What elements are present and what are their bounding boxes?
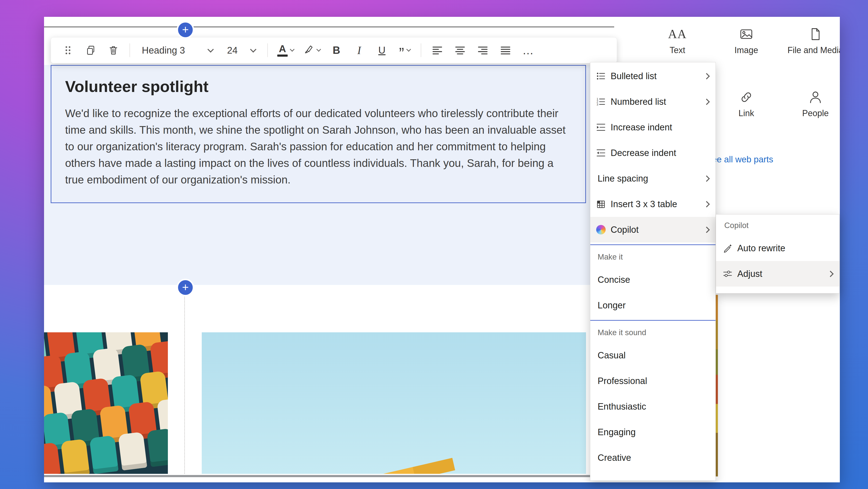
italic-button[interactable]: I [352,40,366,60]
text-webpart-heading[interactable]: Volunteer spotlight [65,77,572,96]
underline-button[interactable]: U [375,40,389,60]
style-dropdown-value: Heading 3 [142,45,185,56]
align-right-icon [477,45,488,56]
drag-handle[interactable] [61,40,74,60]
more-options-button[interactable]: … [522,40,535,60]
highlight-button[interactable] [303,40,320,60]
submenu-item-auto-rewrite[interactable]: Auto rewrite [716,235,839,261]
webpart-label: File and Media [787,45,840,55]
copilot-icon [595,225,607,234]
style-dropdown[interactable]: Heading 3 [140,40,215,60]
webpart-item-image[interactable]: Image [715,25,777,55]
column-divider [184,294,185,474]
chevron-down-icon [316,47,321,52]
menu-item-line-spacing[interactable]: Line spacing [590,166,715,191]
webpart-item-file-media[interactable]: File and Media [785,25,840,55]
desktop-background: Volunteer spotlight We'd like to recogni… [0,0,868,489]
align-left-icon [432,45,443,56]
quote-icon: ” [399,44,404,57]
svg-text:3: 3 [597,103,598,106]
text-webpart-icon: AA [668,25,687,41]
webpart-label: People [802,108,829,118]
menu-divider [590,244,715,245]
text-webpart-body[interactable]: We'd like to recognize the exceptional e… [65,105,574,188]
copilot-submenu: Copilot Auto rewrite Adjust [716,214,840,293]
increase-indent-icon [595,122,607,132]
font-color-button[interactable]: A [277,40,294,60]
justify-icon [500,45,511,56]
text-overflow-menu: Bulleted list 123 Numbered list Increase… [590,62,716,481]
chairs-graphic [44,332,168,474]
add-section-button[interactable]: + [177,21,194,39]
chevron-right-icon [827,271,834,277]
chevron-down-icon [290,47,294,52]
image-webpart-sky-pencil[interactable] [202,332,586,474]
chevron-down-icon [250,46,256,53]
highlighter-icon [303,44,314,57]
image-webpart-chairs[interactable] [44,332,168,474]
copilot-submenu-header: Copilot [716,215,839,235]
chevron-down-icon [406,47,411,52]
menu-section-header-make-it-sound: Make it sound [590,323,715,343]
section-top-rule [44,26,614,28]
see-all-webparts-link[interactable]: See all web parts [706,154,773,165]
menu-item-professional[interactable]: Professional [590,368,715,394]
webpart-label: Image [735,45,758,55]
chevron-right-icon [704,98,710,105]
menu-item-enthusiastic[interactable]: Enthusiastic [590,394,715,419]
toolbar-separator [267,44,268,57]
text-format-toolbar: Heading 3 24 A [51,37,617,63]
menu-section-header-make-it: Make it [590,247,715,267]
menu-item-copilot[interactable]: Copilot [590,217,715,242]
chevron-down-icon [208,46,214,53]
webpart-item-people[interactable]: People [785,88,840,118]
align-right-button[interactable] [476,40,489,60]
menu-item-insert-table[interactable]: Insert 3 x 3 table [590,191,715,217]
chevron-right-icon [704,73,710,79]
quote-button[interactable]: ” [398,40,411,60]
webpart-item-text[interactable]: AA Text [647,25,708,55]
auto-rewrite-icon [722,243,733,253]
menu-divider [590,320,715,321]
menu-item-numbered-list[interactable]: 123 Numbered list [590,89,715,114]
menu-item-longer[interactable]: Longer [590,292,715,318]
font-size-dropdown[interactable]: 24 [225,40,258,60]
link-icon [739,88,754,105]
align-center-button[interactable] [454,40,467,60]
chevron-right-icon [704,201,710,207]
font-size-value: 24 [227,45,238,56]
pencil-graphic [353,458,455,474]
chevron-right-icon [704,175,710,182]
webpart-label: Link [739,108,754,118]
align-left-button[interactable] [431,40,444,60]
delete-button[interactable] [107,40,120,60]
adjust-icon [722,269,733,279]
file-media-icon [808,25,823,41]
webpart-label: Text [670,45,685,55]
justify-button[interactable] [499,40,512,60]
menu-item-creative[interactable]: Creative [590,445,715,470]
menu-item-engaging[interactable]: Engaging [590,419,715,445]
decrease-indent-icon [595,148,607,158]
insert-table-icon [595,199,607,209]
people-icon [808,88,823,105]
toolbar-separator [129,44,130,57]
image-webpart-icon [739,25,754,41]
menu-item-increase-indent[interactable]: Increase indent [590,114,715,140]
menu-item-concise[interactable]: Concise [590,267,715,292]
bulleted-list-icon [595,71,607,81]
font-color-icon: A [277,44,288,57]
webpart-item-link[interactable]: Link [715,88,777,118]
menu-item-bulleted-list[interactable]: Bulleted list [590,63,715,89]
chevron-right-icon [704,227,710,233]
toolbar-separator [421,44,421,57]
menu-item-casual[interactable]: Casual [590,343,715,368]
submenu-item-adjust[interactable]: Adjust [716,261,839,287]
numbered-list-icon: 123 [595,97,607,107]
duplicate-button[interactable] [84,40,97,60]
text-webpart[interactable]: Volunteer spotlight We'd like to recogni… [51,65,586,203]
align-center-icon [455,45,465,56]
add-webpart-button[interactable]: + [177,279,194,296]
bold-button[interactable]: B [330,40,343,60]
menu-item-decrease-indent[interactable]: Decrease indent [590,140,715,166]
